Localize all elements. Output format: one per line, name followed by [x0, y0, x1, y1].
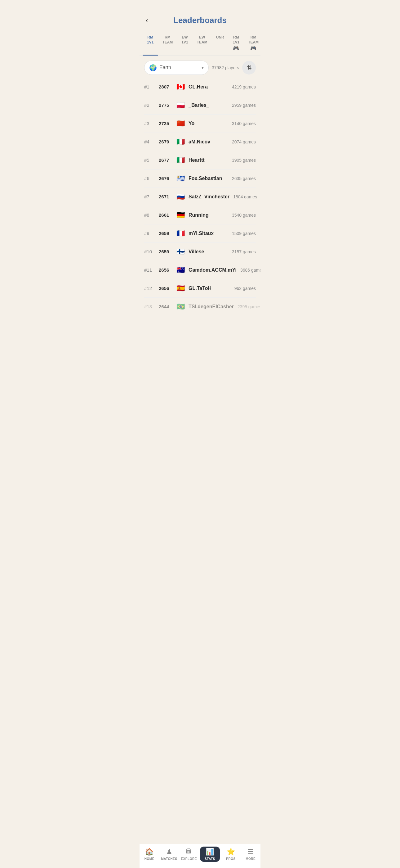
games-count: 3905 games	[232, 158, 256, 163]
player-name: aM.Nicov	[189, 139, 228, 145]
leaderboard-list: #1 2807 🇨🇦 GL.Hera 4219 games #2 2775 🇵🇱…	[139, 78, 261, 316]
flag-icon: 🇮🇹	[176, 156, 185, 164]
games-count: 3686 games	[240, 268, 261, 273]
table-row[interactable]: #5 2677 🇮🇹 Hearttt 3905 games	[144, 151, 256, 169]
rating: 2659	[159, 249, 173, 254]
nav-matches-label: MATCHES	[161, 857, 177, 861]
bottom-nav: 🏠 HOME ♟ MATCHES 🏛 EXPLORE 📊 STATS ⭐ PRO…	[139, 844, 261, 868]
rating: 2679	[159, 139, 173, 144]
nav-home-label: HOME	[144, 857, 155, 861]
rank: #2	[144, 102, 155, 108]
page-title: Leaderboards	[146, 16, 254, 25]
nav-explore[interactable]: 🏛 EXPLORE	[179, 846, 199, 862]
games-count: 2959 games	[232, 103, 256, 108]
flag-icon: 🇵🇱	[176, 101, 185, 109]
chevron-down-icon: ▾	[202, 65, 204, 70]
back-button[interactable]: ‹	[146, 17, 148, 25]
player-name: GL.TaToH	[189, 286, 231, 291]
player-name: SalzZ_Vinchester	[189, 194, 229, 199]
table-row[interactable]: #10 2659 🇫🇮 Villese 3157 games	[144, 243, 256, 261]
tab-rm1v1-gamepad[interactable]: RM1V1🎮	[229, 31, 244, 56]
table-row[interactable]: #12 2656 🇪🇸 GL.TaToH 962 games	[144, 279, 256, 298]
table-row[interactable]: #9 2659 🇫🇷 mYi.Sitaux 1509 games	[144, 224, 256, 243]
games-count: 3140 games	[232, 121, 256, 126]
flag-icon: 🇮🇹	[176, 138, 185, 146]
rank: #13	[144, 304, 155, 309]
region-selector[interactable]: 🌍 Earth ▾	[144, 61, 209, 75]
flag-icon: 🇫🇷	[176, 229, 185, 238]
tab-unr[interactable]: UNR	[212, 31, 229, 56]
sort-icon: ⇅	[247, 64, 252, 71]
nav-home[interactable]: 🏠 HOME	[139, 846, 159, 862]
rank: #5	[144, 157, 155, 163]
nav-more-label: MORE	[245, 857, 256, 861]
tabs-container: RM1V1 RMTEAM EW1V1 EWTEAM UNR RM1V1🎮 RMT…	[139, 31, 261, 56]
rank: #6	[144, 176, 155, 181]
rating: 2725	[159, 121, 173, 126]
tab-rm-team[interactable]: RMTEAM	[158, 31, 177, 56]
table-row[interactable]: #8 2661 🇩🇪 Running 3540 games	[144, 206, 256, 224]
flag-icon: 🇷🇺	[176, 193, 185, 201]
nav-more[interactable]: ☰ MORE	[241, 846, 261, 862]
region-name: Earth	[159, 65, 199, 70]
games-count: 2074 games	[232, 140, 256, 144]
table-row[interactable]: #7 2671 🇷🇺 SalzZ_Vinchester 1804 games	[144, 188, 256, 206]
games-count: 1509 games	[232, 231, 256, 236]
games-count: 2635 games	[232, 176, 256, 181]
tab-ew1v1[interactable]: EW1V1	[177, 31, 192, 56]
header: ‹ Leaderboards	[139, 0, 261, 31]
flag-icon: 🇧🇷	[176, 303, 185, 311]
sort-button[interactable]: ⇅	[242, 61, 256, 74]
stats-icon: 📊	[206, 848, 214, 856]
player-count: 37982 players	[212, 65, 239, 70]
nav-stats[interactable]: 📊 STATS	[200, 846, 220, 862]
rating: 2807	[159, 84, 173, 89]
tab-ew-team[interactable]: EWTEAM	[193, 31, 212, 56]
table-row[interactable]: #1 2807 🇨🇦 GL.Hera 4219 games	[144, 78, 256, 96]
tab-rm-team-gamepad[interactable]: RMTEAM🎮	[244, 31, 261, 56]
rank: #7	[144, 194, 155, 199]
nav-matches[interactable]: ♟ MATCHES	[159, 846, 179, 862]
games-count: 3157 games	[232, 249, 256, 254]
rank: #3	[144, 121, 155, 126]
player-name: Villese	[189, 249, 228, 254]
tab-rm1v1[interactable]: RM1V1	[143, 31, 158, 56]
flag-icon: 🇺🇾	[176, 175, 185, 183]
nav-pros[interactable]: ⭐ PROS	[221, 846, 241, 862]
table-row[interactable]: #3 2725 🇨🇳 Yo 3140 games	[144, 115, 256, 133]
player-name: mYi.Sitaux	[189, 231, 228, 236]
rank: #4	[144, 139, 155, 144]
nav-explore-label: EXPLORE	[181, 857, 197, 861]
nav-stats-label: STATS	[205, 857, 215, 861]
player-name: Hearttt	[189, 157, 228, 163]
rating: 2661	[159, 212, 173, 218]
games-count: 962 games	[234, 286, 256, 291]
flag-icon: 🇪🇸	[176, 284, 185, 292]
pros-icon: ⭐	[227, 848, 235, 856]
rating: 2677	[159, 157, 173, 163]
rank: #12	[144, 286, 155, 291]
region-emoji: 🌍	[149, 64, 157, 71]
rating: 2656	[159, 286, 173, 291]
games-count: 3540 games	[232, 213, 256, 218]
player-name: _Barles_	[189, 102, 228, 108]
table-row[interactable]: #6 2676 🇺🇾 Fox.Sebastian 2635 games	[144, 169, 256, 188]
games-count: 4219 games	[232, 85, 256, 89]
nav-pros-label: PROS	[226, 857, 235, 861]
home-icon: 🏠	[145, 848, 154, 856]
flag-icon: 🇦🇺	[176, 266, 185, 274]
player-name: GL.Hera	[189, 84, 228, 90]
games-count: 2395 games	[237, 304, 261, 309]
rank: #8	[144, 212, 155, 218]
table-row[interactable]: #4 2679 🇮🇹 aM.Nicov 2074 games	[144, 133, 256, 151]
rating: 2671	[159, 194, 173, 199]
rank: #1	[144, 84, 155, 89]
flag-icon: 🇩🇪	[176, 211, 185, 219]
flag-icon: 🇫🇮	[176, 248, 185, 256]
player-name: Gamdom.ACCM.mYi	[189, 267, 237, 273]
table-row[interactable]: #13 2644 🇧🇷 TSI.degenElCasher 2395 games	[144, 298, 256, 316]
table-row[interactable]: #11 2656 🇦🇺 Gamdom.ACCM.mYi 3686 games	[144, 261, 256, 279]
table-row[interactable]: #2 2775 🇵🇱 _Barles_ 2959 games	[144, 96, 256, 115]
rank: #11	[144, 267, 155, 273]
flag-icon: 🇨🇦	[176, 83, 185, 91]
